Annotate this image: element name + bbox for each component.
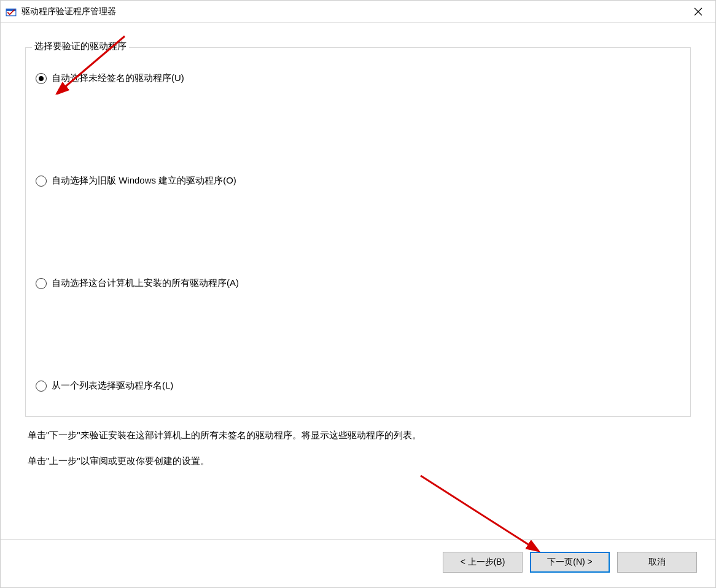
next-button[interactable]: 下一页(N) > (530, 552, 610, 573)
window-title: 驱动程序验证程序管理器 (21, 6, 686, 17)
instruction-text: 单击"下一步"来验证安装在这部计算机上的所有未签名的驱动程序。将显示这些驱动程序… (28, 428, 688, 443)
driver-selection-fieldset: 选择要验证的驱动程序 自动选择未经签名的驱动程序(U) 自动选择为旧版 Wind… (25, 47, 691, 417)
app-icon (6, 6, 17, 17)
radio-unsigned-drivers[interactable]: 自动选择未经签名的驱动程序(U) (36, 72, 680, 84)
radio-select-from-list[interactable]: 从一个列表选择驱动程序名(L) (36, 380, 680, 392)
radio-icon (36, 73, 47, 84)
radio-icon (36, 278, 47, 289)
radio-old-windows-drivers[interactable]: 自动选择为旧版 Windows 建立的驱动程序(O) (36, 175, 680, 187)
instructions: 单击"下一步"来验证安装在这部计算机上的所有未签名的驱动程序。将显示这些驱动程序… (25, 428, 691, 479)
radio-label: 自动选择未经签名的驱动程序(U) (52, 72, 184, 84)
radio-label: 自动选择为旧版 Windows 建立的驱动程序(O) (52, 175, 236, 187)
instruction-text: 单击"上一步"以审阅或更改你要创建的设置。 (28, 454, 688, 468)
radio-label: 从一个列表选择驱动程序名(L) (52, 380, 173, 392)
dialog-window: 驱动程序验证程序管理器 选择要验证的驱动程序 自动选择未经签名的驱动程序(U) … (0, 0, 716, 588)
radio-icon (36, 381, 47, 392)
radio-all-installed-drivers[interactable]: 自动选择这台计算机上安装的所有驱动程序(A) (36, 277, 680, 289)
content-area: 选择要验证的驱动程序 自动选择未经签名的驱动程序(U) 自动选择为旧版 Wind… (1, 23, 715, 514)
radio-label: 自动选择这台计算机上安装的所有驱动程序(A) (52, 277, 239, 289)
title-bar: 驱动程序验证程序管理器 (1, 1, 715, 23)
radio-group: 自动选择未经签名的驱动程序(U) 自动选择为旧版 Windows 建立的驱动程序… (36, 72, 680, 392)
cancel-button[interactable]: 取消 (617, 552, 697, 573)
close-button[interactable] (686, 3, 710, 20)
back-button[interactable]: < 上一步(B) (443, 552, 523, 573)
radio-icon (36, 176, 47, 187)
fieldset-legend: 选择要验证的驱动程序 (32, 41, 129, 52)
close-icon (694, 7, 702, 16)
button-bar: < 上一步(B) 下一页(N) > 取消 (1, 540, 715, 587)
